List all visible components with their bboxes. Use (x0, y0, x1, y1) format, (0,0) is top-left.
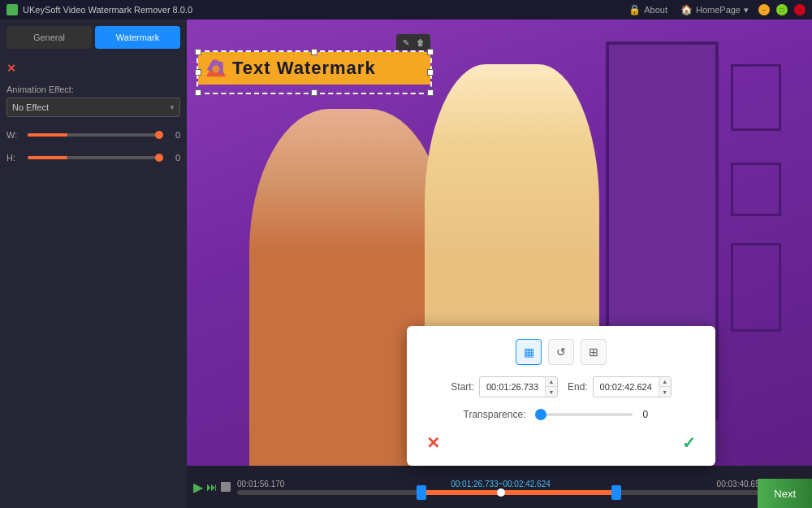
about-nav[interactable]: 🔒 About (628, 4, 667, 15)
popup-grid-button[interactable]: ⊞ (581, 339, 607, 365)
end-time-input[interactable]: 00:02:42.624 ▲ ▼ (593, 376, 672, 397)
watermark-logo-icon (205, 57, 227, 80)
timeline-track[interactable] (237, 490, 764, 495)
center-content: ✎ 🗑 Text Watermark (187, 20, 812, 508)
start-time-group: Start: 00:01:26.733 ▲ ▼ (451, 376, 558, 397)
tab-general[interactable]: General (6, 26, 92, 49)
size-h-field: H: 0 (6, 150, 180, 163)
transparency-thumb[interactable] (535, 409, 546, 420)
play-controls: ▶ ⏭ (193, 480, 231, 495)
skip-button[interactable]: ⏭ (206, 480, 218, 493)
sidebar-close-row: ✕ (6, 62, 180, 75)
h-slider-fill (28, 156, 67, 159)
animation-effect-label: Animation Effect: (6, 85, 180, 94)
popup-cancel-button[interactable]: ✕ (426, 433, 440, 453)
animation-effect-field: Animation Effect: No Effect (6, 85, 180, 117)
title-bar-left: UKeySoft Video Watermark Remover 8.0.0 (6, 4, 192, 15)
timeline-range (421, 490, 616, 495)
sidebar-tabs: General Watermark (6, 26, 180, 49)
chevron-down-icon: ▾ (744, 5, 749, 15)
scene-frame-1 (731, 64, 781, 131)
end-time-up[interactable]: ▲ (659, 377, 671, 387)
w-slider-thumb (155, 131, 163, 139)
resize-handle-mr[interactable] (427, 69, 434, 76)
time-labels: 00:01:56.170 00:01:26.733~00:02:42.624 0… (237, 480, 764, 488)
size-w-field: W: 0 (6, 127, 180, 140)
title-bar: UKeySoft Video Watermark Remover 8.0.0 🔒… (0, 0, 812, 20)
popup-filter-button[interactable]: ▦ (516, 339, 542, 365)
watermark-delete-button[interactable]: 🗑 (414, 36, 427, 49)
end-time-group: End: 00:02:42.624 ▲ ▼ (568, 376, 672, 397)
app-title: UKeySoft Video Watermark Remover 8.0.0 (23, 5, 192, 15)
time-center: 00:01:26.733~00:02:42.624 (451, 480, 551, 488)
resize-handle-bm[interactable] (311, 89, 317, 96)
main-layout: General Watermark ✕ Animation Effect: No… (0, 20, 812, 508)
h-slider[interactable] (28, 156, 159, 159)
resize-handle-ml[interactable] (195, 69, 201, 76)
end-time-label: End: (568, 381, 588, 393)
next-button[interactable]: Next (758, 479, 812, 508)
close-button[interactable]: × (794, 4, 806, 15)
h-slider-row: H: 0 (6, 153, 180, 163)
title-nav: 🔒 About 🏠 HomePage ▾ (628, 4, 749, 15)
home-icon: 🏠 (680, 4, 693, 15)
watermark-edit-button[interactable]: ✎ (400, 36, 412, 49)
scene-frame-2 (731, 163, 781, 216)
left-sidebar: General Watermark ✕ Animation Effect: No… (0, 20, 187, 508)
transparency-label: Transparence: (464, 409, 526, 420)
resize-handle-tl[interactable] (195, 49, 201, 55)
popup-reset-button[interactable]: ↺ (548, 339, 574, 365)
watermark-content: Text Watermark (198, 52, 430, 85)
timeline-thumb-end[interactable] (611, 485, 621, 500)
h-slider-value: 0 (164, 153, 180, 163)
w-slider-fill (28, 133, 67, 137)
homepage-nav[interactable]: 🏠 HomePage ▾ (680, 4, 749, 15)
start-time-label: Start: (451, 381, 474, 393)
maximize-button[interactable]: □ (776, 4, 788, 15)
popup-transparency-row: Transparence: 0 (420, 409, 702, 420)
w-slider-value: 0 (164, 130, 180, 140)
animation-select-wrapper: No Effect (6, 98, 180, 117)
minimize-button[interactable]: − (758, 4, 770, 15)
end-time-down[interactable]: ▼ (659, 387, 671, 397)
transparency-value: 0 (642, 409, 659, 420)
popup-toolbar: ▦ ↺ ⊞ (420, 339, 702, 365)
popup-dialog: ▦ ↺ ⊞ Start: 00:01:26.733 ▲ ▼ (407, 326, 715, 466)
watermark-text: Text Watermark (232, 58, 376, 79)
transparency-slider[interactable] (535, 413, 633, 416)
w-slider-row: W: 0 (6, 130, 180, 140)
start-time-down[interactable]: ▼ (546, 387, 557, 397)
watermark-toolbar: ✎ 🗑 (396, 34, 430, 50)
end-time-spinner: ▲ ▼ (659, 377, 671, 397)
h-label: H: (6, 153, 23, 163)
window-controls: − □ × (758, 4, 806, 15)
resize-handle-tm[interactable] (311, 49, 317, 55)
title-bar-right: 🔒 About 🏠 HomePage ▾ − □ × (628, 4, 806, 15)
h-slider-thumb (155, 154, 163, 162)
start-time-value: 00:01:26.733 (480, 379, 545, 395)
w-slider[interactable] (28, 133, 159, 137)
start-time-up[interactable]: ▲ (546, 377, 557, 387)
scene-frame-3 (731, 243, 781, 332)
resize-handle-br[interactable] (427, 89, 434, 96)
time-left: 00:01:56.170 (237, 480, 284, 488)
tab-watermark[interactable]: Watermark (95, 26, 180, 49)
animation-effect-select[interactable]: No Effect (6, 98, 180, 117)
stop-button[interactable] (221, 482, 231, 492)
end-time-value: 00:02:42.624 (594, 379, 659, 395)
timeline-area: ▶ ⏭ 00:01:56.170 00:01:26.733~00:02:42.6… (187, 466, 812, 508)
resize-handle-tr[interactable] (427, 49, 434, 55)
time-right: 00:03:40.659 (717, 480, 764, 488)
resize-handle-bl[interactable] (195, 89, 201, 96)
popup-bottom-bar: ✕ ✓ (420, 433, 702, 453)
lock-icon: 🔒 (628, 4, 641, 15)
start-time-input[interactable]: 00:01:26.733 ▲ ▼ (479, 376, 558, 397)
popup-confirm-button[interactable]: ✓ (682, 433, 696, 453)
watermark-selection[interactable]: ✎ 🗑 Text Watermark (197, 50, 432, 94)
timeline-wrapper: 00:01:56.170 00:01:26.733~00:02:42.624 0… (237, 480, 764, 495)
w-label: W: (6, 130, 23, 140)
timeline-thumb-start[interactable] (417, 485, 426, 500)
play-button[interactable]: ▶ (193, 480, 203, 495)
svg-point-2 (212, 65, 219, 72)
close-watermark-button[interactable]: ✕ (6, 62, 16, 75)
